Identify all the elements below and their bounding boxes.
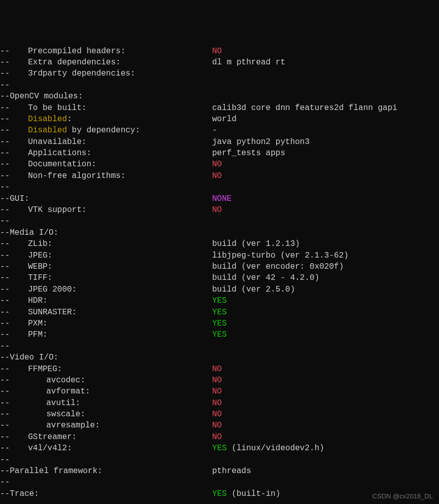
line-prefix: --: [0, 455, 10, 464]
config-key: avcodec:: [28, 376, 85, 385]
output-line: --PXM:YES: [0, 318, 439, 329]
config-key: Precompiled headers:: [19, 47, 125, 56]
line-prefix: --: [0, 478, 10, 487]
line-prefix: --: [0, 489, 10, 498]
line-prefix: --: [0, 342, 10, 351]
value-part: YES: [212, 444, 227, 453]
line-prefix: --: [0, 262, 10, 271]
config-key: ZLib:: [19, 239, 52, 248]
label-part: Disabled: [28, 115, 67, 124]
config-value: YES: [212, 318, 227, 329]
line-prefix: --: [0, 92, 10, 101]
output-line: --: [0, 80, 439, 91]
config-key: JPEG:: [19, 251, 52, 260]
config-key: Video I/O:: [10, 353, 58, 362]
output-line: --JPEG 2000:build (ver 2.5.0): [0, 284, 439, 295]
output-line: --Disabled by dependency:-: [0, 125, 439, 136]
config-key: To be built:: [19, 103, 86, 113]
output-line: --Precompiled headers:NO: [0, 46, 439, 57]
label-part: Disabled: [28, 126, 67, 135]
config-key: avutil:: [28, 399, 80, 408]
config-value: NO: [212, 398, 222, 409]
config-key: Documentation:: [19, 160, 96, 169]
output-line: --Parallel framework:pthreads: [0, 465, 439, 477]
output-line: --avresample:NO: [0, 420, 439, 431]
config-value: NO: [212, 420, 222, 431]
line-prefix: --: [0, 296, 10, 305]
line-prefix: --: [0, 58, 10, 67]
output-line: --v4l/v4l2:YES (linux/videodev2.h): [0, 443, 439, 454]
line-prefix: --: [0, 149, 10, 158]
line-prefix: --: [0, 399, 10, 408]
output-line: --ZLib:build (ver 1.2.13): [0, 238, 439, 249]
config-value: YES (built-in): [212, 488, 280, 499]
label-part: by dependency:: [67, 126, 140, 135]
config-value: YES (linux/videodev2.h): [212, 443, 324, 454]
line-prefix: --: [0, 251, 10, 260]
line-prefix: --: [0, 228, 10, 237]
config-key: OpenCV modules:: [10, 92, 83, 101]
line-prefix: --: [0, 365, 10, 374]
config-key: WEBP:: [19, 262, 52, 271]
line-prefix: --: [0, 205, 10, 214]
output-line: --avformat:NO: [0, 386, 439, 397]
config-key: Disabled by dependency:: [19, 126, 140, 135]
line-prefix: --: [0, 410, 10, 419]
config-value: NO: [212, 204, 222, 215]
config-key: avresample:: [28, 421, 100, 430]
output-line: --Documentation:NO: [0, 159, 439, 170]
config-value: build (ver 42 - 4.2.0): [212, 272, 319, 283]
output-line: --avutil:NO: [0, 398, 439, 409]
config-value: libjpeg-turbo (ver 2.1.3-62): [212, 250, 349, 261]
config-key: VTK support:: [19, 205, 86, 214]
value-part: (built-in): [227, 489, 281, 498]
output-line: --avcodec:NO: [0, 375, 439, 386]
output-line: --GStreamer:NO: [0, 431, 439, 443]
config-key: TIFF:: [19, 273, 52, 282]
line-prefix: --: [0, 183, 10, 192]
line-prefix: --: [0, 69, 10, 78]
config-value: pthreads: [212, 465, 251, 477]
config-key: Media I/O:: [10, 228, 58, 237]
config-value: YES: [212, 295, 227, 306]
config-key: GStreamer:: [19, 433, 77, 442]
line-prefix: --: [0, 433, 10, 442]
output-line: --FFMPEG:NO: [0, 364, 439, 375]
line-prefix: --: [0, 171, 10, 181]
output-line: --Disabled:world: [0, 114, 439, 125]
config-value: NO: [212, 386, 222, 397]
output-line: --OpenCV modules:: [0, 91, 439, 102]
config-key: avformat:: [28, 387, 90, 396]
line-prefix: --: [0, 500, 10, 504]
output-line: --GUI:NONE: [0, 193, 439, 204]
line-prefix: --: [0, 319, 10, 328]
config-key: Unavailable:: [19, 137, 86, 147]
value-part: YES: [212, 489, 227, 498]
output-line: --SUNRASTER:YES: [0, 307, 439, 318]
line-prefix: --: [0, 466, 10, 476]
config-value: NO: [212, 170, 222, 182]
config-value: YES: [212, 329, 227, 340]
config-value: world: [212, 114, 237, 125]
config-key: PFM:: [19, 330, 47, 339]
line-prefix: --: [0, 376, 10, 385]
output-line: --: [0, 454, 439, 465]
output-line: --Applications:perf_tests apps: [0, 148, 439, 159]
line-prefix: --: [0, 308, 10, 317]
config-key: Trace:: [10, 489, 39, 498]
config-key: Extra dependencies:: [19, 58, 120, 67]
line-prefix: --: [0, 239, 10, 248]
output-line: --Media I/O:: [0, 227, 439, 238]
line-prefix: --: [0, 285, 10, 294]
config-key: GUI:: [10, 194, 29, 203]
config-value: NO: [212, 431, 222, 443]
output-line: --: [0, 477, 439, 488]
line-prefix: --: [0, 330, 10, 339]
line-prefix: --: [0, 126, 10, 135]
config-key: Parallel framework:: [10, 466, 102, 476]
config-value: NO: [212, 46, 222, 57]
config-key: FFMPEG:: [19, 365, 62, 374]
config-key: JPEG 2000:: [19, 285, 77, 294]
output-line: --HDR:YES: [0, 295, 439, 306]
config-value: calib3d core dnn features2d flann gapi: [212, 102, 397, 114]
